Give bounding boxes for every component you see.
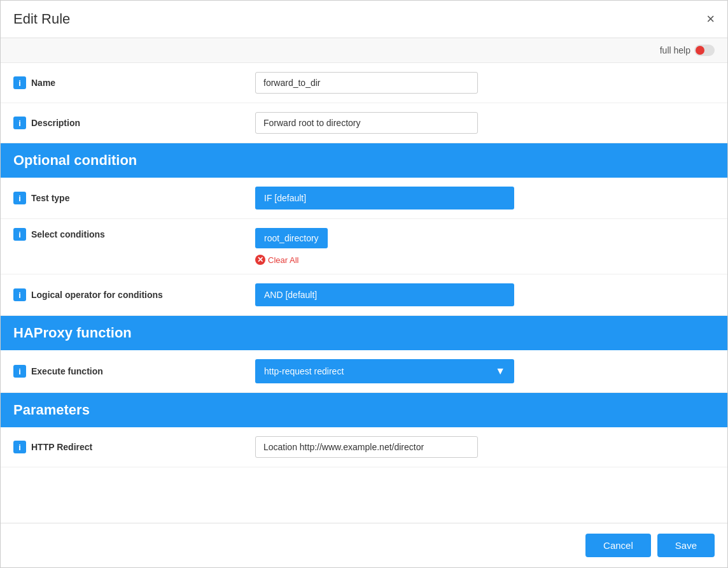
modal-header: Edit Rule × [1,1,727,38]
description-label-group: i Description [13,117,255,129]
http-redirect-input[interactable] [255,436,478,458]
select-conditions-label: Select conditions [31,229,105,239]
test-type-select[interactable]: IF [default] [255,187,514,209]
clear-icon: ✕ [255,255,265,265]
name-info-icon[interactable]: i [13,76,26,89]
modal-title: Edit Rule [13,11,70,27]
execute-function-row: i Execute function http-request redirect… [1,350,727,393]
toggle-icon[interactable] [694,45,715,56]
name-label-group: i Name [13,76,255,89]
parameters-title: Parameters [13,402,90,418]
name-row: i Name [1,63,727,103]
condition-tag[interactable]: root_directory [255,228,328,248]
clear-all-button[interactable]: ✕ Clear All [255,255,328,265]
save-button[interactable]: Save [657,534,715,557]
description-info-icon[interactable]: i [13,117,26,129]
conditions-wrapper: root_directory ✕ Clear All [255,228,328,265]
select-conditions-row: i Select conditions root_directory ✕ Cle… [1,219,727,274]
parameters-header: Parameters [1,393,727,427]
description-input[interactable] [255,112,478,134]
http-redirect-info-icon[interactable]: i [13,441,26,453]
logical-operator-row: i Logical operator for conditions AND [d… [1,274,727,316]
description-label: Description [31,118,80,128]
haproxy-function-header: HAProxy function [1,316,727,350]
test-type-info-icon[interactable]: i [13,192,26,204]
full-help-label: full help [660,45,690,55]
optional-condition-title: Optional condition [13,152,137,168]
execute-function-label: Execute function [31,366,103,376]
dropdown-arrow-icon: ▼ [495,366,505,377]
execute-function-info-icon[interactable]: i [13,365,26,378]
description-row: i Description [1,103,727,143]
logical-operator-label-group: i Logical operator for conditions [13,288,255,301]
edit-rule-modal: Edit Rule × full help i Name i Descripti… [0,0,728,568]
help-bar: full help [1,38,727,63]
select-conditions-info-icon[interactable]: i [13,228,26,241]
name-input[interactable] [255,72,478,94]
logical-operator-select[interactable]: AND [default] [255,283,514,306]
logical-operator-label: Logical operator for conditions [31,290,163,300]
optional-condition-header: Optional condition [1,143,727,178]
execute-function-select[interactable]: http-request redirect ▼ [255,359,514,383]
logical-operator-info-icon[interactable]: i [13,288,26,301]
name-label: Name [31,78,55,88]
test-type-label-group: i Test type [13,192,255,204]
modal-body: full help i Name i Description Optional … [1,38,727,523]
http-redirect-label: HTTP Redirect [31,442,92,452]
http-redirect-row: i HTTP Redirect [1,427,727,467]
execute-function-label-group: i Execute function [13,365,255,378]
select-conditions-label-group: i Select conditions [13,228,255,241]
test-type-row: i Test type IF [default] [1,178,727,219]
full-help-toggle[interactable]: full help [660,45,715,56]
http-redirect-label-group: i HTTP Redirect [13,441,255,453]
haproxy-function-title: HAProxy function [13,325,132,341]
clear-all-label: Clear All [268,255,298,265]
cancel-button[interactable]: Cancel [585,534,651,557]
test-type-label: Test type [31,193,69,203]
close-button[interactable]: × [706,12,715,26]
modal-footer: Cancel Save [1,523,727,567]
execute-function-value: http-request redirect [264,366,344,376]
